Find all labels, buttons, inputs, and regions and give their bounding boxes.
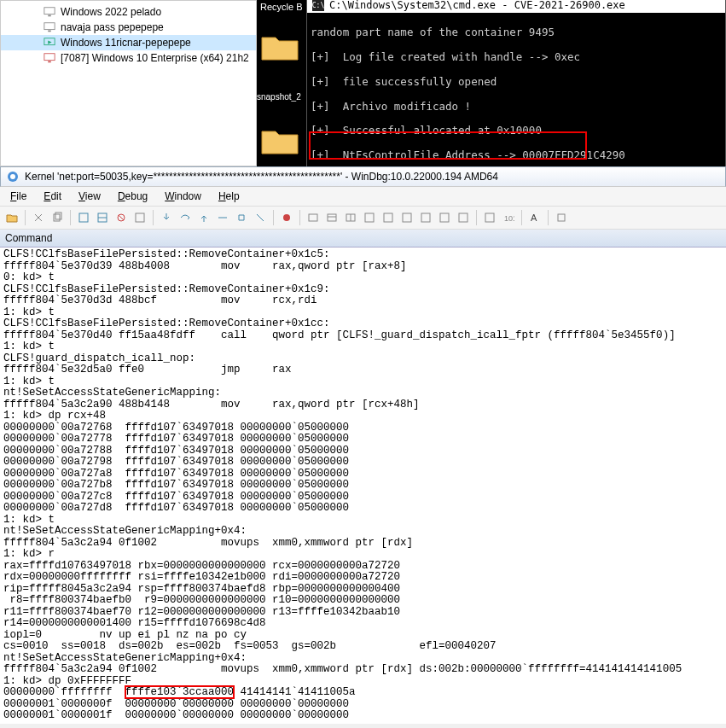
svg-rect-23	[421, 213, 430, 222]
vm-item-selected[interactable]: Windows 11ricnar-pepepepe	[1, 35, 256, 50]
svg-rect-11	[55, 213, 61, 219]
display-off-icon	[44, 52, 55, 64]
svg-point-9	[10, 174, 15, 179]
open-button[interactable]	[3, 209, 20, 226]
svg-rect-18	[328, 214, 336, 221]
windbg-title-text: Kernel 'net:port=50035,key=*************…	[25, 171, 498, 183]
svg-rect-0	[44, 8, 55, 15]
cmd-title-text: C:\Windows\System32\cmd.exe - CVE-2021-2…	[329, 0, 625, 11]
tb-button[interactable]	[113, 209, 130, 226]
tb-button[interactable]	[398, 209, 415, 226]
tb-button[interactable]	[323, 209, 340, 226]
separator	[476, 210, 477, 225]
svg-rect-17	[309, 214, 317, 221]
command-header: Command	[0, 230, 726, 248]
cmd-line: [+] Log file created with handle --> 0xe…	[311, 51, 722, 63]
vm-label: Windows 11ricnar-pepepepe	[61, 37, 191, 49]
svg-rect-7	[48, 61, 51, 63]
separator	[273, 210, 274, 225]
svg-rect-6	[44, 54, 55, 61]
cmd-window: C:\ C:\Windows\System32\cmd.exe - CVE-20…	[306, 0, 726, 166]
svg-rect-24	[440, 213, 449, 222]
tb-button[interactable]	[252, 209, 269, 226]
menu-debug[interactable]: Debug	[111, 189, 154, 204]
step-into-button[interactable]	[158, 209, 175, 226]
output-text: CLFS!CClfsBaseFilePersisted::RemoveConta…	[3, 248, 682, 698]
tb-button[interactable]	[436, 209, 453, 226]
separator	[70, 210, 71, 225]
tb-button[interactable]	[214, 209, 231, 226]
vm-item[interactable]: navaja pass pepepepe	[1, 20, 256, 35]
svg-rect-15	[136, 213, 144, 222]
highlight-box: ffffe103`3ccaa000	[125, 686, 235, 698]
menubar: File Edit View Debug Window Help	[0, 187, 726, 207]
vm-label: Windows 2022 pelado	[61, 6, 161, 18]
vm-label: [7087] Windows 10 Enterprise (x64) 21h2	[61, 52, 249, 64]
tb-button[interactable]	[553, 209, 570, 226]
windbg-icon	[6, 170, 20, 183]
snapshot-label[interactable]: snapshot_2	[257, 92, 301, 102]
tb-button[interactable]	[131, 209, 148, 226]
svg-marker-5	[48, 40, 51, 44]
folder-icon[interactable]	[260, 126, 299, 155]
vm-tree: Windows 2022 pelado navaja pass pepepepe…	[0, 0, 257, 166]
cmd-line: [+] Archivo modificado !	[311, 101, 722, 113]
tb-button[interactable]	[417, 209, 434, 226]
command-pane: Command CLFS!CClfsBaseFilePersisted::Rem…	[0, 230, 726, 724]
svg-point-16	[283, 214, 290, 221]
menu-view[interactable]: View	[72, 189, 107, 204]
windbg-titlebar[interactable]: Kernel 'net:port=50035,key=*************…	[0, 166, 726, 187]
tb-button[interactable]	[94, 209, 111, 226]
display-play-icon	[44, 37, 55, 49]
separator	[521, 210, 522, 225]
menu-help[interactable]: Help	[212, 189, 247, 204]
svg-rect-10	[54, 214, 60, 221]
svg-rect-2	[44, 23, 55, 30]
vm-item[interactable]: Windows 2022 pelado	[1, 4, 256, 20]
svg-rect-12	[79, 213, 88, 222]
command-output[interactable]: CLFS!CClfsBaseFilePersisted::RemoveConta…	[0, 248, 726, 724]
svg-rect-20	[365, 213, 374, 222]
separator	[548, 210, 549, 225]
tb-button[interactable]: 101	[500, 209, 517, 226]
cmd-line: [+] file successfully opened	[311, 76, 722, 88]
svg-rect-29	[558, 214, 565, 221]
recycle-bin-label[interactable]: Recycle B	[257, 0, 306, 14]
svg-rect-25	[459, 213, 468, 222]
svg-text:101: 101	[504, 214, 514, 223]
highlight-box	[309, 131, 587, 160]
svg-rect-22	[403, 213, 411, 222]
svg-rect-1	[48, 15, 51, 17]
breakpoint-button[interactable]	[278, 209, 295, 226]
separator	[25, 210, 26, 225]
svg-rect-26	[485, 213, 494, 222]
separator	[299, 210, 300, 225]
folder-icon[interactable]	[260, 32, 299, 61]
step-over-button[interactable]	[177, 209, 194, 226]
menu-edit[interactable]: Edit	[37, 189, 68, 204]
font-button[interactable]: A	[526, 209, 543, 226]
vm-item[interactable]: [7087] Windows 10 Enterprise (x64) 21h2	[1, 50, 256, 66]
tb-button[interactable]	[481, 209, 498, 226]
vm-label: navaja pass pepepepe	[61, 21, 164, 33]
vm-desktop: Recycle B snapshot_2 C:\ C:\Windows\Syst…	[257, 0, 726, 166]
tb-button[interactable]	[75, 209, 92, 226]
display-icon	[44, 21, 55, 33]
menu-window[interactable]: Window	[158, 189, 208, 204]
step-out-button[interactable]	[195, 209, 212, 226]
toolbar: 101 A	[0, 207, 726, 230]
svg-rect-3	[48, 31, 51, 32]
tb-button[interactable]	[233, 209, 250, 226]
cut-button[interactable]	[30, 209, 47, 226]
tb-button[interactable]	[342, 209, 359, 226]
tb-button[interactable]	[380, 209, 397, 226]
tb-button[interactable]	[305, 209, 322, 226]
tb-button[interactable]	[455, 209, 472, 226]
svg-rect-21	[384, 213, 392, 222]
cmd-titlebar[interactable]: C:\ C:\Windows\System32\cmd.exe - CVE-20…	[307, 0, 725, 13]
svg-text:A: A	[531, 213, 537, 223]
copy-button[interactable]	[49, 209, 66, 226]
display-icon	[44, 6, 55, 18]
menu-file[interactable]: File	[3, 189, 33, 204]
tb-button[interactable]	[361, 209, 378, 226]
